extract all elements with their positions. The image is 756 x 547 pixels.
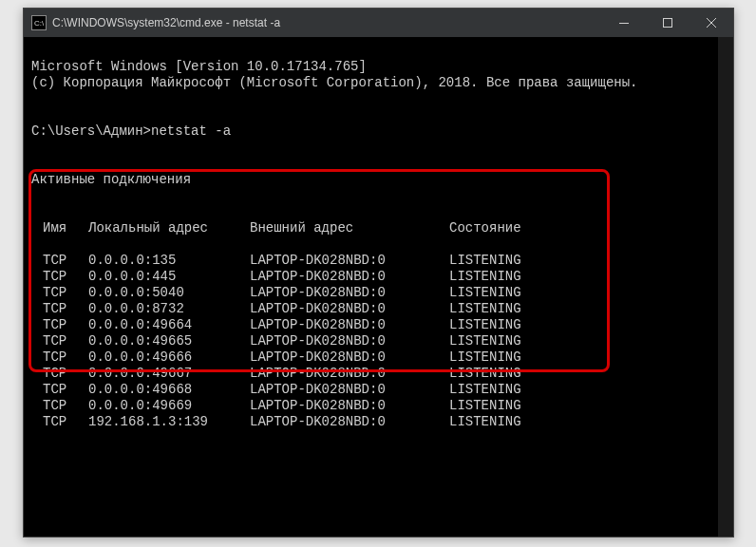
cell-proto: TCP [43, 398, 88, 414]
titlebar[interactable]: C:\ C:\WINDOWS\system32\cmd.exe - netsta… [24, 9, 733, 37]
window-controls [602, 9, 733, 37]
cell-local: 0.0.0.0:5040 [88, 285, 250, 301]
cmd-window: C:\ C:\WINDOWS\system32\cmd.exe - netsta… [23, 8, 734, 538]
copyright-line: (c) Корпорация Майкрософт (Microsoft Cor… [31, 75, 638, 90]
cmd-icon: C:\ [31, 15, 47, 30]
cell-state: LISTENING [449, 301, 521, 317]
window-title: C:\WINDOWS\system32\cmd.exe - netstat -a [52, 16, 602, 29]
cell-state: LISTENING [449, 366, 521, 382]
cell-proto: TCP [43, 269, 88, 285]
cell-local: 0.0.0.0:445 [88, 269, 250, 285]
table-row: TCP0.0.0.0:49667LAPTOP-DK028NBD:0LISTENI… [31, 366, 726, 382]
cell-state: LISTENING [449, 317, 521, 333]
header-state: Состояние [449, 220, 521, 236]
table-row: TCP192.168.1.3:139LAPTOP-DK028NBD:0LISTE… [31, 414, 726, 430]
cell-foreign: LAPTOP-DK028NBD:0 [250, 269, 449, 285]
active-connections-heading: Активные подключения [31, 172, 191, 187]
close-icon [707, 18, 716, 28]
cell-local: 0.0.0.0:49665 [88, 333, 250, 349]
cell-foreign: LAPTOP-DK028NBD:0 [250, 317, 449, 333]
terminal-output[interactable]: Microsoft Windows [Version 10.0.17134.76… [24, 37, 733, 537]
table-row: TCP0.0.0.0:5040LAPTOP-DK028NBD:0LISTENIN… [31, 285, 726, 301]
maximize-button[interactable] [646, 9, 690, 37]
minimize-icon [619, 23, 629, 24]
cell-local: 192.168.1.3:139 [88, 414, 250, 430]
cell-state: LISTENING [449, 333, 521, 349]
cell-proto: TCP [43, 414, 88, 430]
vertical-scrollbar[interactable] [718, 37, 733, 537]
cell-state: LISTENING [449, 382, 521, 398]
cell-proto: TCP [43, 301, 88, 317]
cell-proto: TCP [43, 253, 88, 269]
table-row: TCP0.0.0.0:49666LAPTOP-DK028NBD:0LISTENI… [31, 349, 726, 366]
close-button[interactable] [690, 9, 733, 37]
cell-state: LISTENING [449, 269, 521, 285]
cell-local: 0.0.0.0:49667 [88, 366, 250, 382]
cell-state: LISTENING [449, 398, 521, 414]
cell-state: LISTENING [449, 285, 521, 301]
cell-local: 0.0.0.0:49668 [88, 382, 250, 398]
version-line: Microsoft Windows [Version 10.0.17134.76… [31, 59, 367, 74]
cell-proto: TCP [43, 382, 88, 398]
cell-proto: TCP [43, 349, 88, 366]
table-row: TCP0.0.0.0:445LAPTOP-DK028NBD:0LISTENING [31, 269, 726, 285]
table-row: TCP0.0.0.0:8732LAPTOP-DK028NBD:0LISTENIN… [31, 301, 726, 317]
cell-foreign: LAPTOP-DK028NBD:0 [250, 414, 449, 430]
table-row: TCP0.0.0.0:49665LAPTOP-DK028NBD:0LISTENI… [31, 333, 726, 349]
table-row: TCP0.0.0.0:49668LAPTOP-DK028NBD:0LISTENI… [31, 382, 726, 398]
table-body: TCP0.0.0.0:135LAPTOP-DK028NBD:0LISTENING… [31, 253, 726, 430]
prompt: C:\Users\Админ> [31, 123, 151, 139]
cell-foreign: LAPTOP-DK028NBD:0 [250, 366, 449, 382]
cell-foreign: LAPTOP-DK028NBD:0 [250, 382, 449, 398]
cell-state: LISTENING [449, 414, 521, 430]
cell-foreign: LAPTOP-DK028NBD:0 [250, 253, 449, 269]
cell-foreign: LAPTOP-DK028NBD:0 [250, 398, 449, 414]
command-text: netstat -a [151, 123, 231, 139]
minimize-button[interactable] [602, 9, 646, 37]
cell-local: 0.0.0.0:49666 [88, 349, 250, 366]
cell-foreign: LAPTOP-DK028NBD:0 [250, 285, 449, 301]
cell-local: 0.0.0.0:8732 [88, 301, 250, 317]
cell-proto: TCP [43, 333, 88, 349]
table-header: ИмяЛокальный адресВнешний адресСостояние [31, 220, 726, 236]
cell-local: 0.0.0.0:49664 [88, 317, 250, 333]
table-row: TCP0.0.0.0:49669LAPTOP-DK028NBD:0LISTENI… [31, 398, 726, 414]
header-proto: Имя [43, 220, 88, 236]
header-local: Локальный адрес [88, 220, 250, 236]
cell-foreign: LAPTOP-DK028NBD:0 [250, 349, 449, 366]
table-row: TCP0.0.0.0:49664LAPTOP-DK028NBD:0LISTENI… [31, 317, 726, 333]
cell-state: LISTENING [449, 253, 521, 269]
maximize-icon [663, 18, 672, 28]
cell-proto: TCP [43, 285, 88, 301]
header-foreign: Внешний адрес [250, 220, 449, 236]
cell-local: 0.0.0.0:135 [88, 253, 250, 269]
cell-proto: TCP [43, 317, 88, 333]
svg-rect-1 [664, 19, 672, 28]
table-row: TCP0.0.0.0:135LAPTOP-DK028NBD:0LISTENING [31, 253, 726, 269]
svg-rect-0 [619, 23, 629, 24]
cell-foreign: LAPTOP-DK028NBD:0 [250, 301, 449, 317]
scrollbar-track [718, 37, 733, 537]
cell-proto: TCP [43, 366, 88, 382]
cell-foreign: LAPTOP-DK028NBD:0 [250, 333, 449, 349]
cell-state: LISTENING [449, 349, 521, 366]
cell-local: 0.0.0.0:49669 [88, 398, 250, 414]
